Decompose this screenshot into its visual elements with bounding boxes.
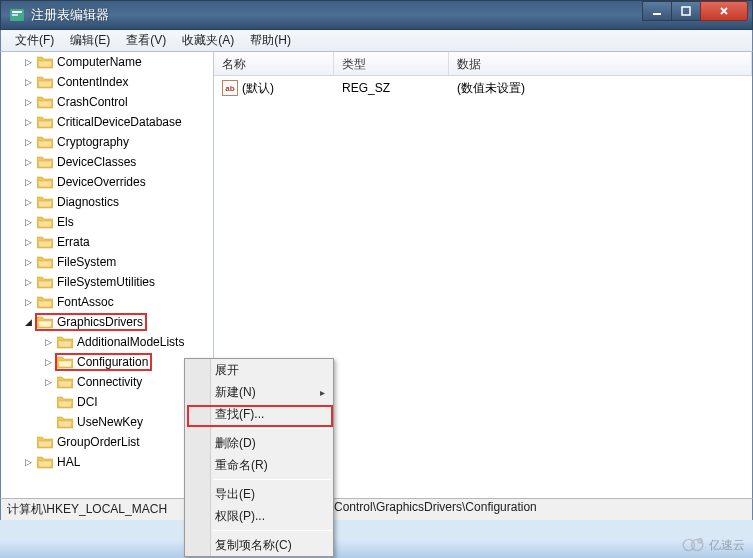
folder-icon <box>37 135 53 149</box>
expander-icon[interactable] <box>43 397 54 408</box>
tree-item-criticaldevicedatabase[interactable]: ▷CriticalDeviceDatabase <box>1 112 213 132</box>
tree-item-deviceclasses[interactable]: ▷DeviceClasses <box>1 152 213 172</box>
expander-icon[interactable]: ▷ <box>43 357 54 368</box>
minimize-button[interactable] <box>642 1 672 21</box>
ctx-copy-key-name[interactable]: 复制项名称(C) <box>185 534 333 556</box>
ctx-permissions[interactable]: 权限(P)... <box>185 505 333 527</box>
value-data: (数值未设置) <box>449 80 752 97</box>
tree-label: Errata <box>57 235 90 249</box>
tree-item-els[interactable]: ▷Els <box>1 212 213 232</box>
menu-edit[interactable]: 编辑(E) <box>62 29 118 52</box>
folder-icon <box>37 195 53 209</box>
ctx-expand[interactable]: 展开 <box>185 359 333 381</box>
tree-item-usenewkey[interactable]: UseNewKey <box>1 412 213 432</box>
folder-icon <box>37 155 53 169</box>
context-menu: 展开 新建(N) 查找(F)... 删除(D) 重命名(R) 导出(E) 权限(… <box>184 358 334 557</box>
menu-view[interactable]: 查看(V) <box>118 29 174 52</box>
tree-item-connectivity[interactable]: ▷Connectivity <box>1 372 213 392</box>
tree-item-hal[interactable]: ▷HAL <box>1 452 213 472</box>
expander-icon[interactable]: ▷ <box>23 117 34 128</box>
tree-label: CriticalDeviceDatabase <box>57 115 182 129</box>
list-row[interactable]: ab(默认) REG_SZ (数值未设置) <box>214 78 752 98</box>
expander-icon[interactable]: ▷ <box>23 57 34 68</box>
ctx-rename[interactable]: 重命名(R) <box>185 454 333 476</box>
expander-icon[interactable]: ▷ <box>23 257 34 268</box>
folder-icon <box>37 315 53 329</box>
folder-icon <box>57 335 73 349</box>
tree-item-errata[interactable]: ▷Errata <box>1 232 213 252</box>
folder-icon <box>37 455 53 469</box>
ctx-new[interactable]: 新建(N) <box>185 381 333 403</box>
titlebar: 注册表编辑器 <box>0 0 753 30</box>
tree-item-diagnostics[interactable]: ▷Diagnostics <box>1 192 213 212</box>
expander-icon[interactable]: ▷ <box>23 97 34 108</box>
expander-icon[interactable]: ▷ <box>23 457 34 468</box>
svg-rect-3 <box>653 13 661 15</box>
menubar: 文件(F) 编辑(E) 查看(V) 收藏夹(A) 帮助(H) <box>0 30 753 52</box>
folder-icon <box>57 375 73 389</box>
tree-item-fontassoc[interactable]: ▷FontAssoc <box>1 292 213 312</box>
tree-label: FileSystem <box>57 255 116 269</box>
svg-rect-2 <box>12 14 18 16</box>
tree-item-dci[interactable]: DCI <box>1 392 213 412</box>
folder-icon <box>37 115 53 129</box>
column-name[interactable]: 名称 <box>214 52 334 75</box>
expander-icon[interactable] <box>23 437 34 448</box>
expander-icon[interactable]: ▷ <box>23 237 34 248</box>
expander-icon[interactable]: ▷ <box>43 377 54 388</box>
tree-label: DeviceClasses <box>57 155 136 169</box>
ctx-delete[interactable]: 删除(D) <box>185 432 333 454</box>
expander-icon[interactable]: ◢ <box>23 317 34 328</box>
expander-icon[interactable]: ▷ <box>23 197 34 208</box>
tree-item-crashcontrol[interactable]: ▷CrashControl <box>1 92 213 112</box>
tree-panel[interactable]: ▷ComputerName▷ContentIndex▷CrashControl▷… <box>1 52 214 518</box>
tree-item-configuration[interactable]: ▷Configuration <box>1 352 213 372</box>
tree-item-contentindex[interactable]: ▷ContentIndex <box>1 72 213 92</box>
folder-icon <box>37 175 53 189</box>
tree-label: ContentIndex <box>57 75 128 89</box>
tree-item-filesystem[interactable]: ▷FileSystem <box>1 252 213 272</box>
tree-item-deviceoverrides[interactable]: ▷DeviceOverrides <box>1 172 213 192</box>
column-data[interactable]: 数据 <box>449 52 752 75</box>
tree-item-grouporderlist[interactable]: GroupOrderList <box>1 432 213 452</box>
menu-file[interactable]: 文件(F) <box>7 29 62 52</box>
value-name: (默认) <box>242 81 274 95</box>
close-button[interactable] <box>700 1 748 21</box>
expander-icon[interactable]: ▷ <box>23 217 34 228</box>
ctx-export[interactable]: 导出(E) <box>185 483 333 505</box>
column-type[interactable]: 类型 <box>334 52 449 75</box>
string-value-icon: ab <box>222 80 238 96</box>
menu-help[interactable]: 帮助(H) <box>242 29 299 52</box>
svg-point-6 <box>692 539 703 550</box>
status-path-left: 计算机\HKEY_LOCAL_MACH <box>7 501 167 518</box>
expander-icon[interactable]: ▷ <box>23 277 34 288</box>
ctx-find[interactable]: 查找(F)... <box>185 403 333 425</box>
tree-item-graphicsdrivers[interactable]: ◢GraphicsDrivers <box>1 312 213 332</box>
folder-icon <box>37 275 53 289</box>
tree-label: AdditionalModeLists <box>77 335 184 349</box>
expander-icon[interactable]: ▷ <box>23 297 34 308</box>
tree-label: Els <box>57 215 74 229</box>
content-area: ▷ComputerName▷ContentIndex▷CrashControl▷… <box>0 52 753 518</box>
tree-label: Cryptography <box>57 135 129 149</box>
expander-icon[interactable]: ▷ <box>23 177 34 188</box>
tree-label: Connectivity <box>77 375 142 389</box>
tree-item-additionalmodelists[interactable]: ▷AdditionalModeLists <box>1 332 213 352</box>
watermark: 亿速云 <box>679 536 745 554</box>
tree-item-computername[interactable]: ▷ComputerName <box>1 52 213 72</box>
tree-item-cryptography[interactable]: ▷Cryptography <box>1 132 213 152</box>
expander-icon[interactable]: ▷ <box>23 157 34 168</box>
folder-icon <box>57 415 73 429</box>
expander-icon[interactable]: ▷ <box>43 337 54 348</box>
tree-label: DeviceOverrides <box>57 175 146 189</box>
folder-icon <box>57 395 73 409</box>
expander-icon[interactable]: ▷ <box>23 137 34 148</box>
tree-item-filesystemutilities[interactable]: ▷FileSystemUtilities <box>1 272 213 292</box>
expander-icon[interactable]: ▷ <box>23 77 34 88</box>
window-controls <box>643 1 748 21</box>
tree-label: DCI <box>77 395 98 409</box>
maximize-button[interactable] <box>671 1 701 21</box>
expander-icon[interactable] <box>43 417 54 428</box>
menu-favorites[interactable]: 收藏夹(A) <box>174 29 242 52</box>
svg-rect-1 <box>12 11 22 13</box>
